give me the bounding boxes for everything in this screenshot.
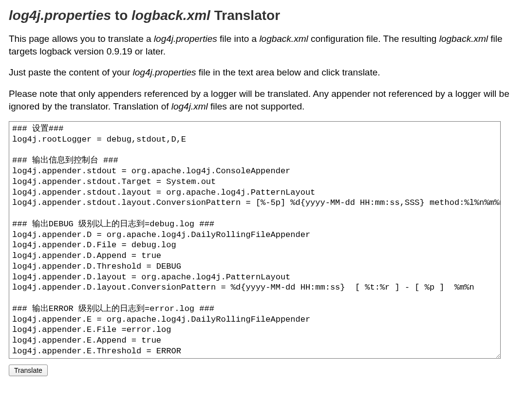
p1-em-1: log4j.properties (154, 34, 217, 44)
title-part-3: logback.xml (132, 8, 210, 23)
intro-paragraph-1: This page allows you to translate a log4… (9, 33, 517, 57)
intro-paragraph-2: Just paste the content of your log4j.pro… (9, 66, 517, 79)
p1-text-2: file into a (217, 34, 260, 44)
p3-text-2: files are not supported. (208, 101, 305, 111)
p1-text-1: This page allows you to translate a (9, 34, 154, 44)
title-part-4: Translator (210, 8, 280, 23)
translate-button[interactable]: Translate (9, 365, 48, 376)
p2-text-2: file in the text area below and click tr… (196, 67, 380, 77)
title-part-2: to (111, 8, 132, 23)
p1-text-3: configuration file. The resulting (308, 34, 439, 44)
log4j-properties-textarea[interactable]: ### 设置### log4j.rootLogger = debug,stdou… (9, 121, 501, 359)
p2-em-1: log4j.properties (133, 67, 196, 77)
title-part-1: log4j.properties (9, 8, 111, 23)
p3-em-1: log4j.xml (171, 101, 208, 111)
page-container: log4j.properties to logback.xml Translat… (0, 0, 526, 386)
p1-em-2: logback.xml (259, 34, 308, 44)
p1-em-3: logback.xml (439, 34, 488, 44)
p2-text-1: Just paste the content of your (9, 67, 133, 77)
intro-paragraph-3: Please note that only appenders referenc… (9, 88, 517, 112)
button-row: Translate (9, 365, 517, 376)
page-title: log4j.properties to logback.xml Translat… (9, 7, 517, 24)
